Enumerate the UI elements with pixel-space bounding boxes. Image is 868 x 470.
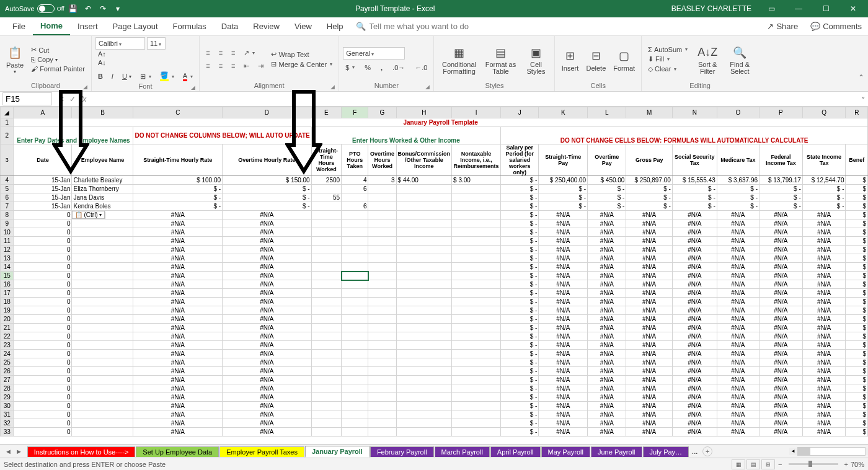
- cell[interactable]: #N/A: [760, 306, 803, 315]
- cell[interactable]: #N/A: [588, 298, 626, 306]
- cell[interactable]: [72, 324, 133, 332]
- cell[interactable]: 0: [14, 419, 72, 428]
- cell[interactable]: [368, 185, 396, 193]
- cell[interactable]: #N/A: [223, 289, 312, 298]
- cell[interactable]: [72, 367, 133, 376]
- cell[interactable]: #N/A: [626, 384, 672, 393]
- cell[interactable]: $ -: [672, 185, 717, 193]
- cell[interactable]: #N/A: [760, 384, 803, 393]
- col-header-L[interactable]: L: [588, 107, 626, 118]
- cell[interactable]: #N/A: [539, 332, 588, 341]
- cell[interactable]: $ -: [501, 384, 539, 393]
- cell[interactable]: #N/A: [626, 393, 672, 402]
- cell[interactable]: [368, 298, 396, 306]
- hdr-employee[interactable]: Employee Name: [72, 144, 133, 176]
- cell[interactable]: 0: [14, 280, 72, 289]
- cell[interactable]: [72, 315, 133, 324]
- cell[interactable]: $ -: [501, 393, 539, 402]
- cell[interactable]: [396, 280, 452, 289]
- col-header-K[interactable]: K: [539, 107, 588, 118]
- page-break-view-icon[interactable]: ⊞: [761, 459, 775, 469]
- cell[interactable]: #N/A: [626, 315, 672, 324]
- cell[interactable]: [452, 298, 501, 306]
- cell[interactable]: $ -: [802, 202, 846, 211]
- cell[interactable]: #N/A: [626, 419, 672, 428]
- cell[interactable]: [396, 402, 452, 410]
- cell[interactable]: [311, 254, 341, 263]
- cell[interactable]: $ -: [501, 367, 539, 376]
- cell[interactable]: 15-Jan: [14, 176, 72, 185]
- row-header[interactable]: 19: [1, 306, 14, 315]
- cell[interactable]: [72, 228, 133, 237]
- cell-styles-button[interactable]: ▣Cell Styles: [521, 43, 551, 76]
- cell[interactable]: $: [846, 350, 868, 358]
- cell[interactable]: [396, 289, 452, 298]
- cell[interactable]: #N/A: [802, 410, 846, 419]
- cell[interactable]: 0: [14, 219, 72, 228]
- cell[interactable]: [368, 211, 396, 219]
- cell[interactable]: $ -: [626, 185, 672, 193]
- cell[interactable]: [342, 246, 368, 254]
- cell[interactable]: #N/A: [802, 315, 846, 324]
- row-header[interactable]: 1: [1, 118, 14, 127]
- cell[interactable]: $ -: [501, 306, 539, 315]
- cell[interactable]: #N/A: [223, 350, 312, 358]
- cell[interactable]: #N/A: [588, 341, 626, 350]
- cell[interactable]: [396, 202, 452, 211]
- cell[interactable]: [452, 263, 501, 272]
- cell[interactable]: [396, 358, 452, 367]
- cell[interactable]: #N/A: [672, 367, 717, 376]
- cell[interactable]: $ -: [717, 185, 759, 193]
- cell[interactable]: [72, 332, 133, 341]
- format-cells-button[interactable]: ▢Format: [611, 46, 637, 73]
- row-header[interactable]: 10: [1, 228, 14, 237]
- cell[interactable]: #N/A: [133, 350, 223, 358]
- cell[interactable]: [452, 246, 501, 254]
- font-name-select[interactable]: Calibri: [95, 37, 145, 50]
- cell[interactable]: $: [846, 228, 868, 237]
- cell[interactable]: $ -: [133, 202, 223, 211]
- cell[interactable]: #N/A: [717, 280, 759, 289]
- cell[interactable]: $: [846, 237, 868, 246]
- cell[interactable]: [396, 315, 452, 324]
- cell[interactable]: $ -: [760, 185, 803, 193]
- cell[interactable]: [452, 410, 501, 419]
- cell[interactable]: #N/A: [626, 246, 672, 254]
- cell[interactable]: [72, 419, 133, 428]
- cell[interactable]: #N/A: [223, 419, 312, 428]
- normal-view-icon[interactable]: ▦: [732, 459, 745, 469]
- cell[interactable]: [342, 263, 368, 272]
- clear-button[interactable]: ◇Clear: [645, 64, 690, 74]
- hdr-benefits[interactable]: Benef: [846, 144, 868, 176]
- cell[interactable]: $: [846, 246, 868, 254]
- cell[interactable]: [311, 211, 341, 219]
- cell[interactable]: #N/A: [672, 272, 717, 280]
- insert-cells-button[interactable]: ⊞Insert: [559, 46, 581, 73]
- cell[interactable]: #N/A: [717, 367, 759, 376]
- autosave-toggle[interactable]: AutoSave Off: [5, 4, 64, 13]
- cell[interactable]: #N/A: [802, 289, 846, 298]
- cell[interactable]: #N/A: [133, 358, 223, 367]
- cell[interactable]: #N/A: [588, 246, 626, 254]
- cell[interactable]: [72, 263, 133, 272]
- cell[interactable]: #N/A: [626, 228, 672, 237]
- cell[interactable]: 0: [14, 315, 72, 324]
- cell[interactable]: $ -: [501, 185, 539, 193]
- cell[interactable]: #N/A: [223, 298, 312, 306]
- cell[interactable]: [342, 324, 368, 332]
- align-center-icon[interactable]: ≡: [216, 61, 225, 71]
- row-header[interactable]: 7: [1, 202, 14, 211]
- cell[interactable]: [368, 280, 396, 289]
- cell[interactable]: #N/A: [717, 246, 759, 254]
- cell[interactable]: 0: [14, 402, 72, 410]
- tab-nav-next-icon[interactable]: ►: [16, 448, 22, 455]
- cell[interactable]: $ -: [501, 419, 539, 428]
- cell[interactable]: 0: [14, 350, 72, 358]
- cell[interactable]: [368, 202, 396, 211]
- cell[interactable]: $ -: [501, 219, 539, 228]
- cell[interactable]: [396, 367, 452, 376]
- cell[interactable]: $: [846, 306, 868, 315]
- cell[interactable]: #N/A: [626, 306, 672, 315]
- col-header-A[interactable]: A: [14, 107, 72, 118]
- cell[interactable]: #N/A: [626, 219, 672, 228]
